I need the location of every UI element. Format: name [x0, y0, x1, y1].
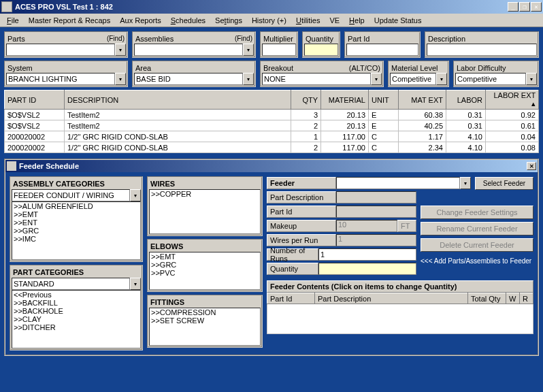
parts-grid[interactable]: PART ID DESCRIPTION QTY MATERIAL UNIT MA… — [4, 90, 539, 153]
col-laborext[interactable]: LABOR EXT ▴ — [486, 91, 539, 110]
assembly-categories-dropdown-icon[interactable] — [130, 189, 141, 201]
material-level-select[interactable]: Competitive — [390, 73, 436, 85]
breakout-select[interactable]: NONE — [262, 73, 371, 85]
multiplier-label: Multiplier — [263, 35, 293, 43]
assemblies-label: Assemblies — [135, 35, 174, 43]
material-level-label: Material Level — [391, 64, 438, 72]
part-categories-select[interactable]: STANDARD — [12, 278, 130, 290]
list-item[interactable]: >>PVC — [150, 269, 260, 277]
list-item[interactable]: >>GRC — [12, 227, 140, 235]
wires-list[interactable]: >>COPPER — [149, 189, 261, 234]
menu-help[interactable]: Help — [345, 15, 369, 26]
feeder-close-button[interactable]: ✕ — [527, 162, 536, 170]
menu-ve[interactable]: VE — [325, 15, 344, 26]
table-row[interactable]: $O$VSL2TestItem2220.13E40.250.310.61 — [5, 120, 539, 131]
feeder-quantity-input[interactable] — [318, 263, 416, 275]
parts-dropdown-icon[interactable] — [115, 44, 126, 56]
description-label: Description — [428, 35, 465, 43]
fc-col-w[interactable]: W — [506, 293, 520, 304]
fc-col-r[interactable]: R — [520, 293, 533, 304]
feeder-contents-grid[interactable]: Part Id Part Description Total Qty W R — [267, 293, 533, 334]
list-item[interactable]: >>DITCHER — [12, 323, 140, 331]
table-row[interactable]: 2000200021/2'' GRC RIGID COND-SLAB1117.0… — [5, 131, 539, 142]
area-select[interactable]: BASE BID — [134, 73, 243, 85]
breakout-dropdown-icon[interactable] — [371, 73, 382, 85]
change-feeder-settings-button[interactable]: Change Feeder Settings — [421, 206, 533, 219]
col-description[interactable]: DESCRIPTION — [65, 91, 291, 110]
system-select[interactable]: BRANCH LIGHTING — [6, 73, 115, 85]
col-matext[interactable]: MAT EXT — [399, 91, 446, 110]
partid-input[interactable] — [346, 44, 418, 56]
area-dropdown-icon[interactable] — [243, 73, 254, 85]
list-item[interactable]: <<Previous — [12, 291, 140, 299]
list-item[interactable]: >>BACKFILL — [12, 299, 140, 307]
close-button[interactable]: ✕ — [531, 2, 542, 12]
feeder-partid-value — [336, 206, 416, 218]
list-item[interactable]: >>BACKHOLE — [12, 307, 140, 315]
assemblies-find[interactable]: (Find) — [235, 35, 252, 42]
multiplier-input[interactable] — [262, 44, 296, 56]
table-row[interactable]: 2000200021/2'' GRC RIGID COND-SLAB2117.0… — [5, 142, 539, 153]
app-icon — [1, 1, 12, 12]
list-item[interactable]: >>CLAY — [12, 315, 140, 323]
feeder-select[interactable] — [336, 177, 460, 189]
system-dropdown-icon[interactable] — [115, 73, 126, 85]
list-item[interactable]: >>EMT — [150, 252, 260, 261]
labor-difficulty-label: Labor Difficulty — [457, 64, 506, 72]
fc-col-partid[interactable]: Part Id — [267, 293, 315, 304]
fc-col-totalqty[interactable]: Total Qty — [468, 293, 506, 304]
fittings-list[interactable]: >>COMPRESSION>>SET SCREW — [149, 308, 261, 346]
menu-schedules[interactable]: Schedules — [167, 15, 210, 26]
col-partid[interactable]: PART ID — [5, 91, 65, 110]
assembly-categories-list[interactable]: >>ALUM GREENFIELD>>EMT>>ENT>>GRC>>IMC — [12, 201, 141, 260]
labor-difficulty-dropdown-icon[interactable] — [526, 73, 537, 85]
area-label: Area — [135, 64, 151, 72]
col-unit[interactable]: UNIT — [369, 91, 399, 110]
parts-find[interactable]: (Find) — [107, 35, 125, 42]
list-item[interactable]: >>COPPER — [150, 190, 260, 198]
list-item[interactable]: >>IMC — [12, 235, 140, 243]
list-item[interactable]: >>ENT — [12, 218, 140, 227]
elbows-list[interactable]: >>EMT>>GRC>>PVC — [149, 252, 261, 290]
list-item[interactable]: >>EMT — [12, 210, 140, 218]
labor-difficulty-select[interactable]: Competitive — [455, 73, 526, 85]
menu-history[interactable]: History (+) — [248, 15, 291, 26]
list-item[interactable]: >>COMPRESSION — [150, 308, 260, 316]
part-categories-list[interactable]: <<Previous>>BACKFILL>>BACKHOLE>>CLAY>>DI… — [12, 290, 141, 348]
menu-utilities[interactable]: Utilities — [292, 15, 324, 26]
col-labor[interactable]: LABOR — [446, 91, 486, 110]
fittings-label: FITTINGS — [149, 297, 261, 308]
select-feeder-button[interactable]: Select Feeder — [475, 177, 533, 190]
list-item[interactable]: >>SET SCREW — [150, 316, 260, 325]
description-input[interactable] — [427, 44, 537, 56]
part-categories-dropdown-icon[interactable] — [130, 278, 141, 290]
feeder-dropdown-icon[interactable] — [460, 177, 471, 189]
parts-input[interactable] — [6, 44, 115, 56]
delete-current-feeder-button[interactable]: Delete Current Feeder — [421, 238, 533, 252]
menu-master-report[interactable]: Master Report & Recaps — [24, 15, 114, 26]
assemblies-input[interactable] — [134, 44, 243, 56]
minimize-button[interactable]: _ — [508, 2, 519, 12]
rename-current-feeder-button[interactable]: Rename Current Feeder — [421, 222, 533, 235]
table-row[interactable]: $O$VSL2TestItem2320.13E60.380.310.92 — [5, 110, 539, 120]
wires-panel: WIRES >>COPPER — [147, 176, 263, 236]
breakout-field: Breakout(ALT/CO) NONE — [260, 61, 384, 87]
col-material[interactable]: MATERIAL — [321, 91, 369, 110]
assembly-categories-select[interactable]: FEEDER CONDUIT / WIRING — [12, 189, 130, 201]
menu-file[interactable]: File — [3, 15, 23, 26]
number-of-runs-input[interactable] — [318, 248, 416, 261]
fc-col-partdesc[interactable]: Part Description — [315, 293, 468, 304]
restore-button[interactable]: ❐ — [519, 2, 530, 12]
quantity-input[interactable] — [304, 44, 338, 56]
col-qty[interactable]: QTY — [291, 91, 321, 110]
list-item[interactable]: >>ALUM GREENFIELD — [12, 202, 140, 210]
feeder-contents-panel: Feeder Contents (Click on items to chang… — [267, 280, 533, 334]
material-level-field: Material Level Competitive — [388, 61, 449, 87]
menu-aux-reports[interactable]: Aux Reports — [116, 15, 165, 26]
menu-update-status[interactable]: Update Status — [370, 15, 426, 26]
list-item[interactable]: >>GRC — [150, 261, 260, 269]
menu-settings[interactable]: Settings — [211, 15, 246, 26]
assemblies-dropdown-icon[interactable] — [243, 44, 254, 56]
feeder-icon — [7, 161, 16, 171]
material-level-dropdown-icon[interactable] — [436, 73, 447, 85]
